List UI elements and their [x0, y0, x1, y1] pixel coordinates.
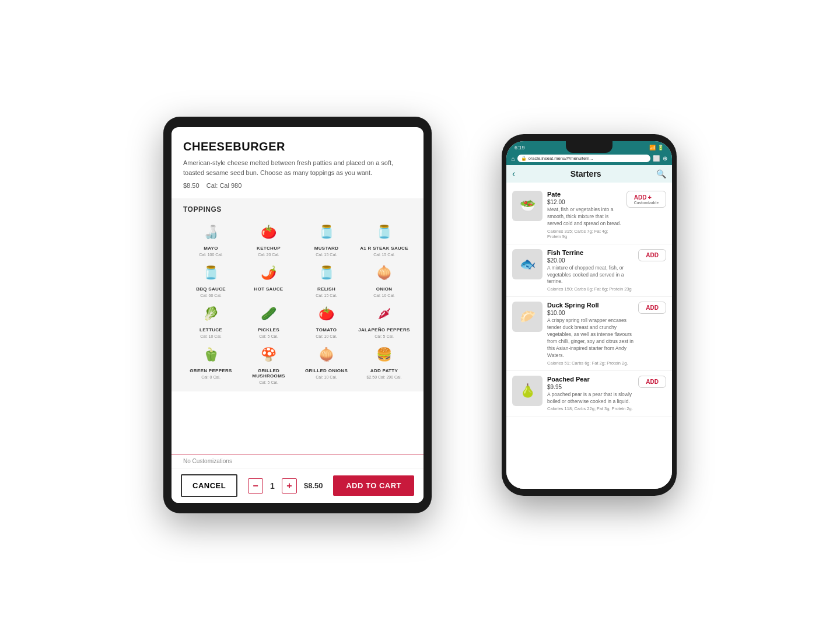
topping-cal: Cal: 15 Cal. [316, 253, 337, 257]
topping-icon: 🥬 [200, 302, 223, 326]
topping-item[interactable]: 🧅 GRILLED ONIONS Cal: 10 Cal. [299, 343, 354, 384]
topping-item[interactable]: 🫙 BBQ SAUCE Cal: 60 Cal. [183, 261, 239, 298]
menu-item-name: Pate [547, 191, 622, 198]
topping-cal: Cal: 10 Cal. [316, 334, 337, 338]
topping-name: A1 R STEAK SAUCE [360, 246, 408, 251]
phone-browser-bar: ⌂ 🔒 oracle.inseat.menu/#/menuitem... ⬜ ⊕ [506, 153, 672, 165]
add-to-cart-button[interactable]: ADD TO CART [333, 475, 414, 496]
topping-icon: 🫙 [373, 220, 396, 244]
topping-item[interactable]: 🍶 MAYO Cal: 100 Cal. [183, 220, 239, 257]
browser-left-icons: ⌂ [511, 155, 515, 162]
home-icon[interactable]: ⌂ [511, 155, 515, 162]
topping-icon: 🌶 [373, 302, 396, 326]
topping-name: RELISH [317, 286, 335, 292]
topping-item[interactable]: 🫙 RELISH Cal: 15 Cal. [299, 261, 354, 298]
customizations-bar: No Customizations [172, 454, 424, 468]
menu-item-info: Fish Terrine $20.00 A mixture of chopped… [547, 249, 634, 292]
topping-icon: 🥒 [257, 302, 281, 326]
topping-icon: 🧅 [315, 343, 338, 366]
menu-item-info: Duck Spring Roll $10.00 A crispy spring … [547, 302, 634, 365]
menu-item-price: $9.95 [547, 384, 634, 390]
topping-item[interactable]: 🌶️ HOT SAUCE [241, 261, 296, 298]
topping-item[interactable]: 🍄 GRILLED MUSHROOMS Cal: 5 Cal. [241, 343, 296, 384]
status-time: 6:19 [514, 145, 525, 150]
topping-item[interactable]: 🫑 GREEN PEPPERS Cal: 0 Cal. [183, 343, 239, 384]
search-icon[interactable]: 🔍 [656, 169, 666, 178]
topping-item[interactable]: 🥬 LETTUCE Cal: 10 Cal. [183, 302, 239, 338]
topping-name: TOMATO [316, 327, 337, 332]
topping-item[interactable]: 🍅 KETCHUP Cal: 20 Cal. [241, 220, 296, 257]
tab-icon[interactable]: ⬜ [653, 155, 660, 162]
menu-item-desc: A crispy spring roll wrapper encases ten… [547, 317, 634, 359]
tablet-screen: CHEESEBURGER American-style cheese melte… [172, 127, 424, 503]
url-bar[interactable]: 🔒 oracle.inseat.menu/#/menuitem... [517, 155, 650, 162]
topping-icon: 🫙 [315, 261, 338, 285]
topping-item[interactable]: 🍅 TOMATO Cal: 10 Cal. [299, 302, 354, 338]
tablet-footer: CANCEL − 1 + $8.50 ADD TO CART [172, 468, 424, 503]
menu-item-name: Poached Pear [547, 376, 634, 383]
topping-cal: Cal: 5 Cal. [259, 334, 278, 338]
item-price-cal: $8.50 Cal: Cal 980 [183, 182, 412, 189]
menu-item-info: Poached Pear $9.95 A poached pear is a p… [547, 376, 634, 412]
menu-item-price: $10.00 [547, 310, 634, 316]
customizations-text: No Customizations [183, 458, 232, 464]
qty-decrease-button[interactable]: − [248, 478, 263, 494]
browser-right-icons: ⬜ ⊕ [653, 155, 667, 162]
topping-name: BBQ SAUCE [196, 286, 226, 292]
toppings-section: TOPPINGS 🍶 MAYO Cal: 100 Cal. 🍅 KETCHUP … [172, 198, 424, 391]
back-button[interactable]: ‹ [512, 169, 515, 179]
status-icons: 📶 🔋 [649, 145, 664, 150]
lock-icon: 🔒 [521, 156, 527, 161]
topping-cal: Cal: 5 Cal. [374, 334, 394, 338]
topping-icon: 🫑 [200, 343, 223, 366]
toppings-grid: 🍶 MAYO Cal: 100 Cal. 🍅 KETCHUP Cal: 20 C… [183, 220, 412, 384]
cancel-button[interactable]: CANCEL [181, 474, 237, 497]
menu-item-name: Duck Spring Roll [547, 302, 634, 309]
menu-item-row: 🍐 Poached Pear $9.95 A poached pear is a… [506, 371, 672, 417]
topping-icon: 🧅 [373, 261, 396, 285]
menu-item-row: 🥗 Pate $12.00 Meat, fish or vegetables i… [506, 186, 672, 244]
topping-item[interactable]: 🫙 MUSTARD Cal: 15 Cal. [299, 220, 354, 257]
topping-name: KETCHUP [257, 246, 281, 251]
topping-name: MAYO [204, 246, 218, 251]
topping-icon: 🫙 [200, 261, 223, 285]
topping-item[interactable]: 🥒 PICKLES Cal: 5 Cal. [241, 302, 296, 338]
topping-icon: 🍔 [373, 343, 396, 366]
menu-item-macros: Calories 315; Carbs 7g; Fat 4g; Protein … [547, 229, 622, 239]
tablet-device: CHEESEBURGER American-style cheese melte… [163, 117, 432, 513]
scene: CHEESEBURGER American-style cheese melte… [0, 0, 840, 630]
add-button[interactable]: ADD [638, 302, 666, 314]
topping-cal: Cal: 10 Cal. [373, 293, 395, 298]
topping-item[interactable]: 🌶 JALAPEÑO PEPPERS Cal: 5 Cal. [356, 302, 412, 338]
url-text: oracle.inseat.menu/#/menuitem... [528, 156, 593, 161]
menu-item-price: $20.00 [547, 257, 634, 264]
item-price: $8.50 [183, 182, 200, 189]
add-button[interactable]: ADD [638, 249, 666, 261]
add-button[interactable]: ADD +Customizable [626, 191, 666, 208]
menu-item-row: 🐟 Fish Terrine $20.00 A mixture of chopp… [506, 244, 672, 298]
menu-item-desc: A poached pear is a pear that is slowly … [547, 391, 634, 405]
topping-item[interactable]: 🫙 A1 R STEAK SAUCE Cal: 15 Cal. [356, 220, 412, 257]
topping-name: JALAPEÑO PEPPERS [358, 327, 410, 332]
topping-name: PICKLES [258, 327, 279, 332]
item-title: CHEESEBURGER [183, 140, 412, 153]
menu-icon[interactable]: ⊕ [663, 155, 667, 162]
add-button[interactable]: ADD [638, 376, 666, 388]
topping-name: HOT SAUCE [254, 286, 284, 292]
menu-item-image: 🐟 [512, 249, 542, 279]
topping-icon: 🌶️ [257, 261, 281, 285]
topping-item[interactable]: 🧅 ONION Cal: 10 Cal. [356, 261, 412, 298]
qty-increase-button[interactable]: + [282, 478, 297, 494]
phone-screen: 6:19 📶 🔋 ⌂ 🔒 oracle.inseat.menu/#/menuit… [506, 141, 672, 489]
topping-icon: 🍅 [257, 220, 281, 244]
menu-item-info: Pate $12.00 Meat, fish or vegetables int… [547, 191, 622, 239]
topping-item[interactable]: 🍔 ADD PATTY $2.50 Cal: 290 Cal. [356, 343, 412, 384]
price-display: $8.50 [304, 481, 323, 490]
topping-cal: Cal: 0 Cal. [201, 375, 220, 379]
topping-icon: 🍄 [257, 343, 281, 366]
topping-cal: Cal: 15 Cal. [316, 293, 337, 298]
menu-item-name: Fish Terrine [547, 249, 634, 256]
topping-name: GRILLED MUSHROOMS [241, 368, 296, 379]
topping-icon: 🍶 [200, 220, 223, 244]
menu-item-image: 🥗 [512, 191, 542, 221]
